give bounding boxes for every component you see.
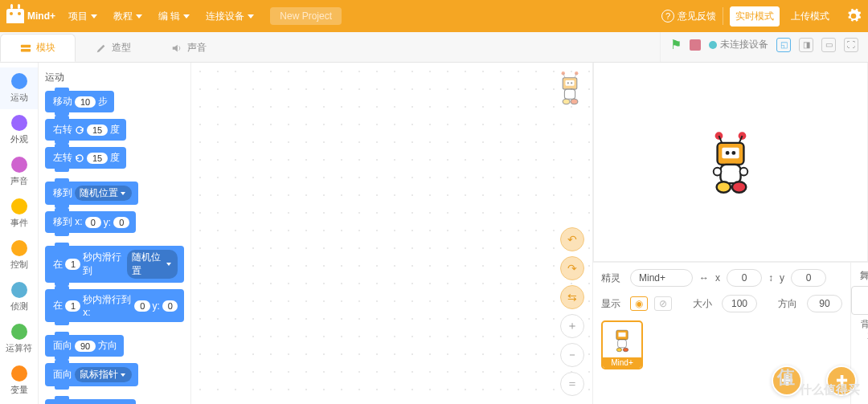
sprite-dir-input[interactable]: 90 bbox=[807, 295, 842, 312]
block-turn-right[interactable]: 右转15度 bbox=[45, 119, 126, 141]
svg-point-30 bbox=[623, 348, 628, 352]
sprite-size-input[interactable]: 100 bbox=[722, 295, 757, 312]
tab-row: 模块 造型 声音 ⚑ 未连接设备 ◱ ◨ ▭ ⛶ bbox=[0, 32, 868, 63]
dir-label: 方向 bbox=[778, 297, 800, 311]
cat-events[interactable]: 事件 bbox=[0, 193, 38, 235]
menubar: Mind+ 项目 教程 编 辑 连接设备 New Project ? 意见反馈 … bbox=[0, 0, 868, 32]
block-glidexy[interactable]: 在1秒内滑行到 x:0y:0 bbox=[45, 289, 184, 322]
block-glide[interactable]: 在1秒内滑行到随机位置 bbox=[45, 246, 184, 283]
connection-status: 未连接设备 bbox=[709, 38, 768, 51]
tab-blocks[interactable]: 模块 bbox=[0, 34, 76, 62]
connection-dot-icon bbox=[709, 41, 717, 49]
caret-icon bbox=[248, 14, 254, 18]
stage-small-button[interactable]: ◱ bbox=[776, 38, 791, 52]
gear-icon[interactable] bbox=[845, 8, 862, 24]
project-name-field[interactable]: New Project bbox=[270, 7, 342, 25]
workspace[interactable]: ↶ ↷ ⇆ ＋ － ＝ bbox=[191, 63, 593, 404]
backdrop-thumb[interactable] bbox=[851, 286, 868, 315]
sprite-name-input[interactable]: Mind+ bbox=[630, 269, 693, 287]
size-label: 大小 bbox=[693, 297, 715, 311]
question-icon: ? bbox=[661, 10, 674, 22]
zoom-in-button[interactable]: ＋ bbox=[560, 314, 584, 338]
svg-point-29 bbox=[616, 348, 621, 352]
stop-button[interactable] bbox=[690, 39, 701, 51]
block-changex[interactable]: 将x坐标增加10 bbox=[45, 399, 136, 404]
fullscreen-button[interactable]: ⛶ bbox=[844, 38, 858, 52]
backdrop-count: 1 bbox=[851, 330, 868, 341]
stage[interactable] bbox=[593, 63, 868, 262]
svg-point-22 bbox=[714, 167, 722, 175]
x-axis-icon: ↔ bbox=[699, 272, 709, 284]
menu-tutorial[interactable]: 教程 bbox=[107, 6, 149, 27]
cat-sensing[interactable]: 侦测 bbox=[0, 276, 38, 318]
cat-operators[interactable]: 运算符 bbox=[0, 318, 38, 360]
caret-icon bbox=[183, 14, 190, 18]
stage-large-button[interactable]: ◨ bbox=[799, 38, 813, 52]
svg-point-19 bbox=[726, 150, 730, 154]
svg-rect-27 bbox=[619, 333, 626, 337]
svg-rect-1 bbox=[21, 48, 31, 51]
redo-button[interactable]: ↷ bbox=[560, 256, 584, 280]
tab-sounds[interactable]: 声音 bbox=[151, 34, 227, 62]
cleanup-button[interactable]: ⇆ bbox=[560, 285, 584, 309]
logo-text: Mind+ bbox=[27, 10, 55, 22]
svg-point-24 bbox=[717, 182, 731, 193]
tab-costumes[interactable]: 造型 bbox=[76, 34, 151, 62]
green-flag-button[interactable]: ⚑ bbox=[670, 37, 682, 52]
svg-rect-0 bbox=[21, 44, 31, 47]
sprite-x-input[interactable]: 0 bbox=[727, 269, 762, 287]
svg-point-20 bbox=[731, 150, 735, 154]
workspace-sprite-watermark bbox=[555, 71, 584, 106]
show-button[interactable]: ◉ bbox=[630, 296, 648, 311]
cat-variables[interactable]: 变量 bbox=[0, 360, 38, 402]
svg-point-12 bbox=[571, 99, 578, 104]
block-move[interactable]: 移动10步 bbox=[45, 91, 114, 112]
block-goto[interactable]: 移到随机位置 bbox=[45, 182, 138, 205]
cat-motion[interactable]: 运动 bbox=[0, 67, 38, 109]
svg-point-9 bbox=[571, 82, 572, 84]
backdrop-label: 背景 bbox=[851, 318, 868, 330]
sprite-thumb[interactable]: Mind+ bbox=[601, 320, 643, 369]
cat-control[interactable]: 控制 bbox=[0, 235, 38, 276]
category-list: 运动 外观 声音 事件 控制 侦测 运算符 变量 函数 ⊞扩展 bbox=[0, 63, 39, 404]
caret-icon bbox=[91, 14, 97, 18]
stage-panel-label: 舞台 bbox=[851, 269, 868, 283]
block-turn-left[interactable]: 左转15度 bbox=[45, 147, 126, 169]
y-axis-icon: ↕ bbox=[768, 272, 773, 284]
logo-icon bbox=[6, 9, 24, 23]
rotate-cw-icon bbox=[75, 125, 84, 135]
zoom-reset-button[interactable]: ＝ bbox=[560, 372, 584, 396]
sprite-thumb-label: Mind+ bbox=[603, 357, 641, 368]
stage-hide-button[interactable]: ▭ bbox=[821, 38, 836, 52]
brush-icon bbox=[96, 43, 107, 54]
block-point-dir[interactable]: 面向90方向 bbox=[45, 335, 124, 357]
svg-point-13 bbox=[715, 132, 723, 140]
block-point-to[interactable]: 面向鼠标指针 bbox=[45, 363, 138, 386]
svg-point-23 bbox=[740, 167, 748, 175]
logo: Mind+ bbox=[6, 9, 55, 23]
menu-project[interactable]: 项目 bbox=[62, 6, 104, 27]
svg-rect-7 bbox=[566, 80, 575, 86]
realtime-mode-button[interactable]: 实时模式 bbox=[730, 6, 780, 27]
caret-icon bbox=[136, 14, 142, 18]
cat-looks[interactable]: 外观 bbox=[0, 109, 38, 151]
watermark-text: 什么值得买 bbox=[800, 382, 860, 398]
feedback-link[interactable]: ? 意见反馈 bbox=[655, 7, 723, 25]
menu-edit[interactable]: 编 辑 bbox=[152, 6, 196, 27]
svg-point-8 bbox=[567, 82, 569, 84]
zoom-out-button[interactable]: － bbox=[560, 343, 584, 367]
svg-point-14 bbox=[739, 132, 747, 140]
menu-connect[interactable]: 连接设备 bbox=[199, 6, 260, 27]
show-label: 显示 bbox=[601, 297, 624, 311]
block-gotoxy[interactable]: 移到 x:0y:0 bbox=[45, 211, 136, 233]
cat-sound[interactable]: 声音 bbox=[0, 151, 38, 193]
stage-sprite[interactable] bbox=[707, 131, 754, 194]
svg-point-25 bbox=[732, 182, 746, 193]
hide-button[interactable]: ⊘ bbox=[654, 296, 672, 311]
svg-rect-28 bbox=[618, 340, 627, 348]
add-sprite-button[interactable]: ✚ bbox=[772, 365, 802, 396]
sprite-y-input[interactable]: 0 bbox=[791, 269, 826, 287]
undo-button[interactable]: ↶ bbox=[560, 227, 584, 251]
svg-rect-10 bbox=[564, 89, 575, 99]
upload-mode-button[interactable]: 上传模式 bbox=[786, 7, 834, 26]
